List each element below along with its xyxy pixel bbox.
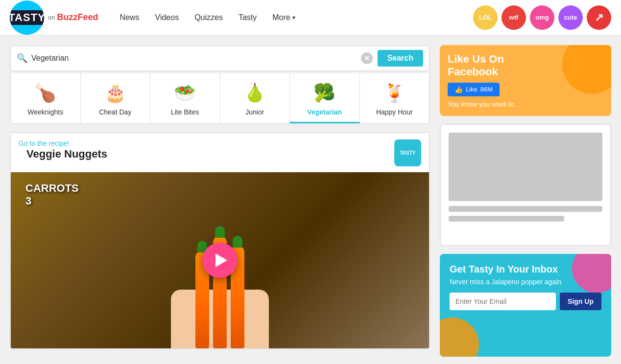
recipe-header-left: Go to the recipe! Veggie Nuggets	[19, 139, 115, 166]
happy-hour-label: Happy Hour	[376, 108, 413, 116]
junior-icon: 🍐	[240, 79, 269, 106]
lite-bites-icon: 🥗	[170, 79, 200, 106]
facebook-like-button[interactable]: 👍 Like 86M	[448, 83, 500, 96]
trending-icon: ↗	[595, 11, 603, 24]
chevron-down-icon: ▾	[292, 14, 295, 21]
cheat-day-icon: 🎂	[100, 79, 130, 106]
fb-like-count: 86M	[480, 86, 493, 93]
tasty-logo[interactable]: TASTY	[10, 0, 44, 35]
weeknights-label: Weeknights	[27, 108, 63, 116]
cheat-day-label: Cheat Day	[99, 108, 131, 116]
fb-title-line2: Facebook	[448, 66, 498, 78]
lol-button[interactable]: LOL	[473, 5, 498, 30]
search-bar: 🔍 ✕ Search	[10, 45, 430, 71]
recipe-header: Go to the recipe! Veggie Nuggets TASTY	[11, 133, 429, 172]
video-text-line1: CARROTS	[25, 182, 79, 195]
logo-area: TASTY on BuzzFeed	[10, 0, 98, 35]
omg-button[interactable]: omg	[530, 5, 554, 30]
video-text-overlay: CARROTS 3	[25, 182, 79, 207]
go-to-recipe-link[interactable]: Go to the recipe!	[19, 139, 70, 147]
cute-button[interactable]: cute	[558, 5, 583, 30]
ad-line-2	[449, 216, 564, 222]
tab-junior[interactable]: 🍐 Junior	[220, 73, 290, 123]
nav-item-quizzes[interactable]: Quizzes	[188, 9, 230, 26]
thumbs-up-icon: 👍	[454, 86, 463, 93]
nav-item-videos[interactable]: Videos	[148, 9, 186, 26]
ad-image	[449, 133, 602, 201]
email-deco-orange	[440, 318, 479, 357]
search-icon: 🔍	[17, 53, 27, 64]
logo-text: TASTY	[10, 10, 44, 25]
nav-item-tasty[interactable]: Tasty	[232, 9, 263, 26]
email-title: Get Tasty In Your Inbox	[450, 264, 601, 275]
left-column: 🔍 ✕ Search 🍗 Weeknights 🎂 Cheat Day 🥗 Li…	[10, 45, 430, 357]
email-subtitle: Never miss a Jalapeno popper again	[450, 278, 601, 286]
tab-weeknights[interactable]: 🍗 Weeknights	[11, 73, 81, 123]
ad-panel	[440, 124, 611, 246]
video-container[interactable]: CARROTS 3	[11, 172, 429, 348]
ad-line-1	[449, 206, 602, 212]
right-sidebar: Like Us On Facebook 👍 Like 86M You know …	[440, 45, 611, 357]
email-panel: Get Tasty In Your Inbox Never miss a Jal…	[440, 254, 611, 357]
nav-item-more[interactable]: More ▾	[265, 9, 302, 26]
facebook-panel: Like Us On Facebook 👍 Like 86M You know …	[440, 45, 611, 116]
signup-button[interactable]: Sign Up	[560, 293, 601, 310]
play-icon	[215, 253, 227, 267]
fb-title: Like Us On Facebook	[448, 53, 603, 79]
fb-like-label: Like	[466, 86, 478, 93]
play-button[interactable]	[202, 243, 238, 278]
email-form: Sign Up	[450, 293, 601, 310]
tab-happy-hour[interactable]: 🍹 Happy Hour	[360, 73, 430, 123]
junior-label: Junior	[245, 108, 264, 116]
tab-vegetarian[interactable]: 🥦 Vegetarian	[290, 73, 360, 123]
weeknights-icon: 🍗	[31, 79, 60, 106]
category-tabs: 🍗 Weeknights 🎂 Cheat Day 🥗 Lite Bites 🍐 …	[10, 73, 430, 124]
wtf-button[interactable]: wtf	[502, 5, 526, 30]
trending-button[interactable]: ↗	[587, 5, 611, 30]
lite-bites-label: Lite Bites	[171, 108, 199, 116]
tab-lite-bites[interactable]: 🥗 Lite Bites	[150, 73, 220, 123]
on-buzzfeed: on BuzzFeed	[48, 12, 98, 23]
vegetarian-icon: 🥦	[310, 79, 339, 106]
buzzfeed-link[interactable]: BuzzFeed	[57, 12, 98, 23]
happy-hour-icon: 🍹	[380, 79, 409, 106]
search-input[interactable]	[31, 54, 361, 63]
recipe-title: Veggie Nuggets	[19, 148, 115, 166]
reaction-buttons: LOL wtf omg cute ↗	[473, 5, 611, 30]
fb-subtitle: You know you want to.	[448, 100, 603, 108]
more-label: More	[272, 13, 290, 22]
search-button[interactable]: Search	[378, 50, 423, 67]
recipe-card: Go to the recipe! Veggie Nuggets TASTY C…	[10, 132, 430, 349]
header: TASTY on BuzzFeed News Videos Quizzes Ta…	[0, 0, 621, 35]
search-clear-button[interactable]: ✕	[361, 52, 373, 64]
main-layout: 🔍 ✕ Search 🍗 Weeknights 🎂 Cheat Day 🥗 Li…	[0, 35, 621, 364]
tab-cheat-day[interactable]: 🎂 Cheat Day	[81, 73, 151, 123]
video-text-line2: 3	[25, 195, 79, 207]
tasty-logo-small: TASTY	[394, 139, 421, 166]
on-text: on	[48, 14, 55, 21]
email-input[interactable]	[450, 293, 556, 310]
fb-title-line1: Like Us On	[448, 53, 504, 65]
nav-item-news[interactable]: News	[113, 9, 146, 26]
vegetarian-label: Vegetarian	[307, 108, 342, 116]
main-nav: News Videos Quizzes Tasty More ▾	[113, 9, 302, 26]
